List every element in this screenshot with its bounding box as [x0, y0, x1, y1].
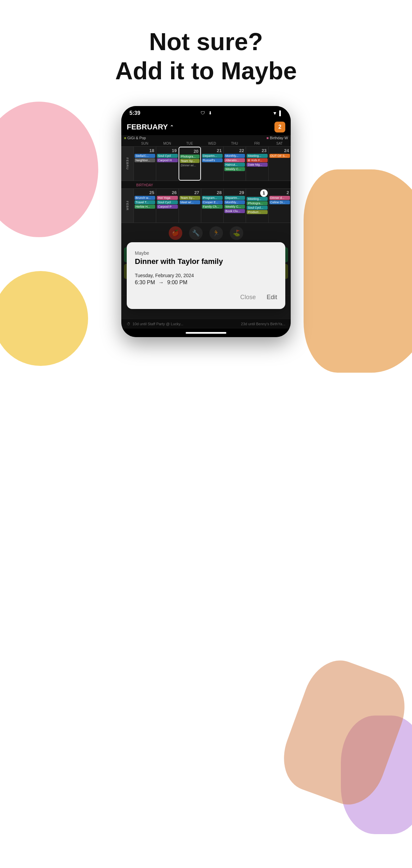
day-num-25: 25 [135, 189, 155, 196]
popup-actions: Close Edit [135, 294, 277, 301]
all-day-left: ■ GiGi & Pop [124, 136, 146, 140]
event-carpool-19[interactable]: Carpool H [157, 158, 178, 162]
event-dinner-20[interactable]: Dinner wi... [180, 163, 200, 167]
shield-icon: 🛡 [201, 110, 205, 116]
bg-shape-yellow [0, 271, 88, 366]
all-day-right: ■ Birthday W [266, 136, 288, 140]
day-num-22: 22 [224, 147, 245, 154]
header-tue: TUE [179, 141, 201, 146]
birthday-row: BIRTHDAY [121, 181, 291, 189]
event-yoga-26[interactable]: Hot Yoga [157, 196, 178, 200]
event-stella[interactable]: Stella/C... [135, 154, 155, 158]
day-25[interactable]: 25 Brunch w... Travel T... Herbie H... [133, 189, 156, 223]
edit-button[interactable]: Edit [267, 294, 277, 301]
event-book-29[interactable]: Book Clu... [224, 209, 245, 213]
event-team-sync-20[interactable]: Team Sy... [180, 159, 200, 163]
event-date-23[interactable]: Date Nig... [247, 163, 267, 167]
event-family-28[interactable]: Family Ch... [202, 205, 223, 209]
status-time: 5:39 [129, 110, 140, 116]
event-neighbor[interactable]: Neighbor... [135, 158, 155, 162]
event-photo-1[interactable]: Photogra... [247, 201, 267, 205]
phone-screen: 5:39 🛡 ⬇ ▼ ▌ FEBRUARY ⌃ 2 ■ GiGi & [121, 106, 291, 337]
day-19[interactable]: 19 Soul Cycl Carpool H [156, 147, 178, 181]
all-day-row: ■ GiGi & Pop ■ Birthday W [121, 135, 291, 141]
header-sat: SAT [268, 141, 291, 146]
event-team-27[interactable]: Team Sy... [180, 196, 200, 200]
home-indicator [121, 329, 291, 337]
month-label: FEBRUARY [127, 123, 168, 131]
phone-frame: 5:39 🛡 ⬇ ▼ ▌ FEBRUARY ⌃ 2 ■ GiGi & [121, 106, 291, 337]
chevron-up-icon[interactable]: ⌃ [170, 124, 174, 130]
event-out-24[interactable]: OUT OF S... [269, 154, 290, 158]
day-2[interactable]: 2 Dinner d... Celine Di... [268, 189, 291, 223]
event-weekly-22[interactable]: Weekly C... [224, 167, 245, 171]
popup-maybe-label: Maybe [135, 250, 277, 256]
popup-arrow: → [159, 280, 164, 286]
event-cooper-28[interactable]: Cooper E... [202, 200, 223, 204]
popup-title: Dinner with Taylor family [135, 257, 277, 266]
event-dept-21[interactable]: Departm... [202, 154, 223, 158]
day-21[interactable]: 21 Departm... Russell's [201, 147, 223, 181]
event-kids-23[interactable]: ⊞ Kids F... [247, 158, 267, 162]
event-brunch-25[interactable]: Brunch w... [135, 196, 155, 200]
week-day-headers: SUN MON TUE WED THU FRI SAT [121, 141, 291, 147]
day-23[interactable]: 23 Meeting... ⊞ Kids F... Date Nig... [246, 147, 268, 181]
headline-line2: Add it to Maybe [115, 56, 297, 85]
calendar-week-1: FEBRU 18 Stella/C... Neighbor... 19 Soul… [121, 147, 291, 181]
event-photog-20[interactable]: Photogra... [180, 154, 200, 159]
event-product-1[interactable]: Product... [247, 210, 267, 214]
day-27[interactable]: 27 Team Sy... Meet w/... [179, 189, 201, 223]
header-fri: FRI [246, 141, 268, 146]
event-monthly-29[interactable]: Monthly... [224, 200, 245, 204]
calendar-header[interactable]: FEBRUARY ⌃ 2 [121, 119, 291, 135]
event-prog-28[interactable]: Program... [202, 196, 223, 200]
event-meeting-23[interactable]: Meeting... [247, 154, 267, 158]
event-celine-2[interactable]: Celine Di... [269, 200, 290, 204]
event-meeting-1[interactable]: Meeting... [247, 197, 267, 201]
headline-line1: Not sure? [115, 27, 297, 56]
day-num-20: 20 [180, 148, 200, 154]
day-18[interactable]: 18 Stella/C... Neighbor... [133, 147, 156, 181]
today-badge[interactable]: 2 [274, 122, 285, 132]
day-29[interactable]: 29 Departm... Monthly... Weekly C... Boo… [223, 189, 246, 223]
day-num-29: 29 [224, 189, 245, 196]
popup-date: Tuesday, February 20, 2024 [135, 273, 277, 278]
event-meet-27[interactable]: Meet w/... [180, 200, 200, 204]
event-haircut-22[interactable]: Haircut... [224, 163, 245, 167]
day-20[interactable]: 20 Photogra... Team Sy... Dinner wi... [179, 147, 201, 181]
day-26[interactable]: 26 Hot Yoga Soul Cycl Carpool P [156, 189, 178, 223]
calendar-month[interactable]: FEBRUARY ⌃ [127, 123, 174, 131]
wifi-icon: ▼ [272, 110, 277, 116]
week1-label: FEBRU [121, 147, 133, 181]
day-num-27: 27 [180, 189, 200, 196]
event-dept-29[interactable]: Departm... [224, 196, 245, 200]
event-alteration-22[interactable]: Alteratio... [224, 158, 245, 162]
home-bar [186, 332, 226, 334]
week2-label: FEBR [121, 189, 133, 223]
event-soul-cycle-19[interactable]: Soul Cycl [157, 154, 178, 158]
location-icon: ⬇ [208, 110, 212, 116]
close-button[interactable]: Close [240, 294, 256, 301]
day-24[interactable]: 24 OUT OF S... [268, 147, 291, 181]
event-travel-25[interactable]: Travel T... [135, 200, 155, 204]
event-soul-26[interactable]: Soul Cycl [157, 200, 178, 204]
event-soul-1[interactable]: Soul Cycl... [247, 206, 267, 210]
day-num-28: 28 [202, 189, 223, 196]
bg-shape-orange [304, 169, 412, 373]
event-carpool-26[interactable]: Carpool P [157, 205, 178, 209]
day-num-21: 21 [202, 147, 223, 154]
status-camera-container: 🛡 ⬇ [201, 110, 212, 116]
bg-shape-pink [0, 102, 98, 237]
event-monthly-22[interactable]: Monthly... [224, 154, 245, 158]
event-herbie-25[interactable]: Herbie H... [135, 205, 155, 209]
day-28[interactable]: 28 Program... Cooper E... Family Ch... [201, 189, 223, 223]
event-dinner-2[interactable]: Dinner d... [269, 196, 290, 200]
day-22[interactable]: 22 Monthly... Alteratio... Haircut... We… [223, 147, 246, 181]
day-num-26: 26 [157, 189, 178, 196]
event-weekly-29[interactable]: Weekly C... [224, 205, 245, 209]
day-detail-section: 🍎 🔧 🏃 ⛳ 9:00 AM–10:00 AM Photographer In… [121, 223, 291, 329]
headline: Not sure? Add it to Maybe [115, 27, 297, 86]
event-russell-21[interactable]: Russell's [202, 158, 223, 162]
day-1[interactable]: 1 Meeting... Photogra... Soul Cycl... Pr… [246, 189, 268, 223]
status-icons: ▼ ▌ [272, 110, 283, 116]
